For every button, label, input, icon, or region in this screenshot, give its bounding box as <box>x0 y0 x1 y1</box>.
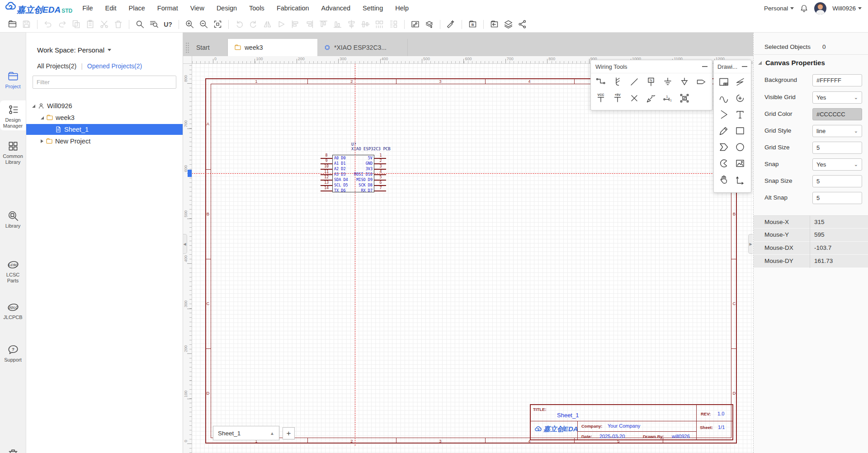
sidebar-item-jlcpcb[interactable]: J@LCJLCPCB <box>0 301 26 320</box>
drawing-tool-polyline-icon[interactable] <box>733 75 747 89</box>
sidebar-item-recycle-bin[interactable]: RecycleBin <box>0 448 26 453</box>
wiring-tool-wire-icon[interactable] <box>594 75 608 89</box>
sidebar-item-project[interactable]: Project <box>0 71 26 90</box>
drawing-tool-pie-icon[interactable] <box>717 156 731 171</box>
user-menu[interactable]: Will0926 <box>832 5 862 12</box>
sidebar-item-support[interactable]: ?Support <box>0 344 26 363</box>
wiring-tool-vcc-icon[interactable]: VCC <box>594 91 608 105</box>
menu-setting[interactable]: Setting <box>363 5 383 12</box>
collapse-left-panel-handle[interactable]: ◀ <box>183 234 187 254</box>
toolbar-symbol-wizard-button[interactable] <box>408 18 422 31</box>
wiring-tool-group-icon[interactable] <box>677 91 692 105</box>
schematic-canvas[interactable]: 1122334455AABBCCDD U? XIAO ESP32C3 PCB 8… <box>192 63 753 453</box>
drawing-tool-ellipse-icon[interactable] <box>733 140 747 154</box>
workspace-selector[interactable]: Work Space: Personal <box>37 46 111 54</box>
property-input-alt-snap[interactable]: 5 <box>812 192 862 204</box>
sidebar-item-lcsc-parts[interactable]: LCSCLCSCParts <box>0 259 26 284</box>
menu-file[interactable]: File <box>82 5 93 12</box>
toolbar-update-component-button[interactable]: U? <box>161 18 175 31</box>
wiring-tool-line-icon[interactable] <box>627 75 642 89</box>
drawing-tool-arrow-icon[interactable] <box>717 107 731 122</box>
sidebar-item-common-library[interactable]: CommonLibrary <box>0 140 26 165</box>
tree-item-week3[interactable]: week3 <box>26 112 183 123</box>
menu-edit[interactable]: Edit <box>105 5 117 12</box>
wiring-tool-no-connect-icon[interactable] <box>627 91 642 105</box>
drawing-tool-rectangle-icon[interactable] <box>733 124 747 138</box>
sidebar-item-design-manager[interactable]: DesignManager <box>0 104 26 129</box>
wiring-tools-titlebar[interactable]: Wiring Tools <box>591 60 712 73</box>
wiring-tool-gnd-flag-icon[interactable] <box>677 75 692 89</box>
drawing-tool-sheet-setting-icon[interactable] <box>717 75 731 89</box>
toolbar-zoom-out-button[interactable] <box>197 18 211 31</box>
menu-view[interactable]: View <box>190 5 204 12</box>
property-input-grid-size[interactable]: 5 <box>812 142 862 154</box>
toolbar-zoom-in-button[interactable] <box>183 18 197 31</box>
sheet-selector[interactable]: Sheet_1 ▲ <box>213 426 279 440</box>
doc-tab--xiao-esp32c3-[interactable]: *XIAO ESP32C3... <box>317 39 408 56</box>
toolbar-open-project-button[interactable] <box>5 18 19 31</box>
minimize-icon[interactable] <box>742 66 747 67</box>
wiring-tool-bus-icon[interactable] <box>610 75 625 89</box>
tab-all-projects[interactable]: All Projects(2) <box>37 62 76 70</box>
menu-tools[interactable]: Tools <box>249 5 264 12</box>
menu-help[interactable]: Help <box>395 5 409 12</box>
menu-place[interactable]: Place <box>129 5 145 12</box>
property-select-snap[interactable]: Yes⌄ <box>812 158 862 171</box>
pin-line[interactable] <box>374 191 386 191</box>
drawing-tool-origin-icon[interactable] <box>733 172 747 187</box>
tree-item-will0926[interactable]: Will0926 <box>26 100 183 111</box>
filter-input[interactable] <box>33 76 176 89</box>
wiring-tool-ground-icon[interactable] <box>660 75 675 89</box>
property-input-snap-size[interactable]: 5 <box>812 175 862 187</box>
tree-item-sheet_1[interactable]: Sheet_1 <box>26 124 183 135</box>
wiring-tool-net-port-icon[interactable] <box>694 75 708 89</box>
drawing-tool-polygon-icon[interactable] <box>717 140 731 154</box>
tree-item-new-project[interactable]: New Project <box>26 136 183 147</box>
wiring-tool-plus-5v-icon[interactable]: +5V <box>610 91 625 105</box>
drawing-tool-drag-icon[interactable] <box>717 172 731 187</box>
drawing-tool-pencil-icon[interactable] <box>717 124 731 138</box>
workspace-switcher[interactable]: Personal <box>764 5 794 12</box>
wiring-tool-voltage-probe-icon[interactable] <box>644 91 658 105</box>
toolbar-magic-wand-button[interactable] <box>444 18 458 31</box>
doc-tab-start[interactable]: Start <box>190 39 228 56</box>
doc-tab-week3[interactable]: week3 <box>228 39 317 56</box>
drawing-tool-bezier-icon[interactable] <box>717 91 731 105</box>
avatar[interactable] <box>814 2 826 14</box>
menu-advanced[interactable]: Advanced <box>321 5 351 12</box>
drawing-tools-titlebar[interactable]: Drawi... <box>714 60 751 73</box>
toolbar-zoom-to-fit-button[interactable] <box>211 18 225 31</box>
tab-opened-projects[interactable]: Opened Projects(2) <box>87 62 142 70</box>
collapse-right-panel-handle[interactable]: ▶ <box>748 234 753 254</box>
menu-design[interactable]: Design <box>217 5 237 12</box>
sidebar-item-library[interactable]: Library <box>0 210 26 229</box>
menu-format[interactable]: Format <box>157 5 178 12</box>
add-sheet-button[interactable]: + <box>283 427 295 439</box>
tree-expanded-caret-icon[interactable] <box>32 105 35 108</box>
toolbar-layers-button[interactable] <box>501 18 515 31</box>
minimize-icon[interactable] <box>702 66 708 67</box>
drawing-tool-arc-icon[interactable] <box>733 91 747 105</box>
menu-fabrication[interactable]: Fabrication <box>277 5 309 12</box>
canvas-properties-header[interactable]: Canvas Properties <box>758 59 825 67</box>
drawing-tool-image-icon[interactable] <box>733 156 747 171</box>
tree-expanded-caret-icon[interactable] <box>41 116 44 119</box>
toolbar-import-button[interactable] <box>487 18 501 31</box>
property-select-grid-style[interactable]: line⌄ <box>812 125 862 137</box>
property-select-visible-grid[interactable]: Yes⌄ <box>812 91 862 104</box>
tree-collapsed-caret-icon[interactable] <box>41 139 43 143</box>
pin-line[interactable] <box>321 191 332 191</box>
toolbar-search-button[interactable] <box>133 18 147 31</box>
app-logo[interactable]: 嘉立创EDA STD <box>5 0 72 16</box>
property-input-grid-color[interactable]: #CCCCCC <box>812 108 862 120</box>
drawing-tool-text-icon[interactable] <box>733 107 747 122</box>
wiring-tool-pin-icon[interactable]: 11 <box>660 91 675 105</box>
property-input-background[interactable]: #FFFFFF <box>812 74 862 86</box>
notifications-bell-icon[interactable] <box>800 4 808 13</box>
title-block[interactable]: TITLE: Sheet_1 REV: 1.0 嘉立创EDA Company: … <box>530 404 733 440</box>
wiring-tool-net-label-icon[interactable]: N <box>644 75 658 89</box>
toolbar-share-button[interactable] <box>515 18 529 31</box>
toolbar-bom-export-button[interactable]: B <box>466 18 480 31</box>
toolbar-find-component-button[interactable] <box>147 18 161 31</box>
toolbar-layer-manager-button[interactable] <box>422 18 436 31</box>
